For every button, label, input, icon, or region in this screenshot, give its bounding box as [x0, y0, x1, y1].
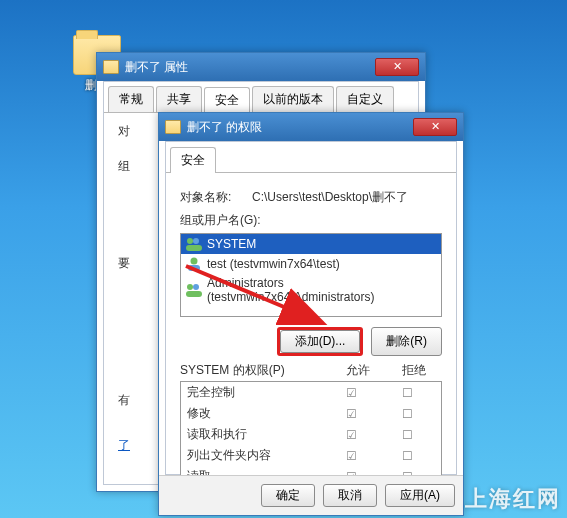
deny-checkbox[interactable]: ☐ — [379, 407, 435, 421]
perm-name: 列出文件夹内容 — [187, 447, 323, 464]
user-name: SYSTEM — [207, 237, 256, 251]
object-name-label: 对象名称: — [180, 189, 252, 206]
remove-button[interactable]: 删除(R) — [371, 327, 442, 356]
table-row: 读取和执行☑☐ — [181, 424, 441, 445]
tab-custom[interactable]: 自定义 — [336, 86, 394, 112]
tab-general[interactable]: 常规 — [108, 86, 154, 112]
allow-checkbox[interactable]: ☑ — [323, 428, 379, 442]
svg-rect-7 — [186, 291, 202, 297]
permissions-for-label: SYSTEM 的权限(P) — [180, 362, 330, 379]
properties-titlebar[interactable]: 删不了 属性 ✕ — [97, 53, 425, 81]
table-row: 列出文件夹内容☑☐ — [181, 445, 441, 466]
allow-checkbox[interactable]: ☑ — [323, 407, 379, 421]
allow-header: 允许 — [330, 362, 386, 379]
properties-title: 删不了 属性 — [125, 59, 188, 76]
user-name: test (testvmwin7x64\test) — [207, 257, 340, 271]
apply-button[interactable]: 应用(A) — [385, 484, 455, 507]
permissions-titlebar[interactable]: 删不了 的权限 ✕ — [159, 113, 463, 141]
permissions-window: 删不了 的权限 ✕ 安全 对象名称: C:\Users\test\Desktop… — [158, 112, 464, 516]
permissions-tabs: 安全 — [166, 142, 456, 173]
svg-point-3 — [191, 258, 198, 265]
properties-tabs: 常规 共享 安全 以前的版本 自定义 — [104, 82, 418, 113]
users-listbox[interactable]: SYSTEM test (testvmwin7x64\test) Adminis… — [180, 233, 442, 317]
deny-checkbox[interactable]: ☐ — [379, 428, 435, 442]
permissions-title: 删不了 的权限 — [187, 119, 262, 136]
users-icon — [185, 282, 203, 298]
tab-security[interactable]: 安全 — [204, 87, 250, 113]
deny-header: 拒绝 — [386, 362, 442, 379]
user-name: Administrators (testvmwin7x64\Administra… — [207, 276, 437, 304]
deny-checkbox[interactable]: ☐ — [379, 449, 435, 463]
list-item[interactable]: Administrators (testvmwin7x64\Administra… — [181, 274, 441, 306]
ok-button[interactable]: 确定 — [261, 484, 315, 507]
perm-name: 完全控制 — [187, 384, 323, 401]
svg-point-6 — [193, 284, 199, 290]
close-button[interactable]: ✕ — [413, 118, 457, 136]
svg-rect-2 — [186, 245, 202, 251]
svg-point-5 — [187, 284, 193, 290]
close-button[interactable]: ✕ — [375, 58, 419, 76]
add-button[interactable]: 添加(D)... — [280, 330, 361, 353]
svg-point-1 — [193, 238, 199, 244]
cancel-button[interactable]: 取消 — [323, 484, 377, 507]
list-item[interactable]: test (testvmwin7x64\test) — [181, 254, 441, 274]
allow-checkbox[interactable]: ☑ — [323, 449, 379, 463]
deny-checkbox[interactable]: ☐ — [379, 386, 435, 400]
folder-icon — [165, 120, 181, 134]
list-item[interactable]: SYSTEM — [181, 234, 441, 254]
svg-rect-4 — [188, 265, 200, 271]
table-row: 完全控制☑☐ — [181, 382, 441, 403]
perm-name: 修改 — [187, 405, 323, 422]
users-icon — [185, 236, 203, 252]
group-users-label: 组或用户名(G): — [180, 212, 442, 229]
table-row: 修改☑☐ — [181, 403, 441, 424]
object-path: C:\Users\test\Desktop\删不了 — [252, 189, 408, 206]
svg-point-0 — [187, 238, 193, 244]
watermark: 上海红网 — [465, 484, 561, 514]
allow-checkbox[interactable]: ☑ — [323, 386, 379, 400]
tab-previous[interactable]: 以前的版本 — [252, 86, 334, 112]
tab-sharing[interactable]: 共享 — [156, 86, 202, 112]
permissions-table: 完全控制☑☐ 修改☑☐ 读取和执行☑☐ 列出文件夹内容☑☐ 读取☑☐ — [180, 381, 442, 488]
perm-name: 读取和执行 — [187, 426, 323, 443]
folder-icon — [103, 60, 119, 74]
dialog-footer: 确定 取消 应用(A) — [159, 475, 463, 515]
truncated-link[interactable]: 了 — [118, 437, 130, 454]
tab-security[interactable]: 安全 — [170, 147, 216, 173]
user-icon — [185, 256, 203, 272]
